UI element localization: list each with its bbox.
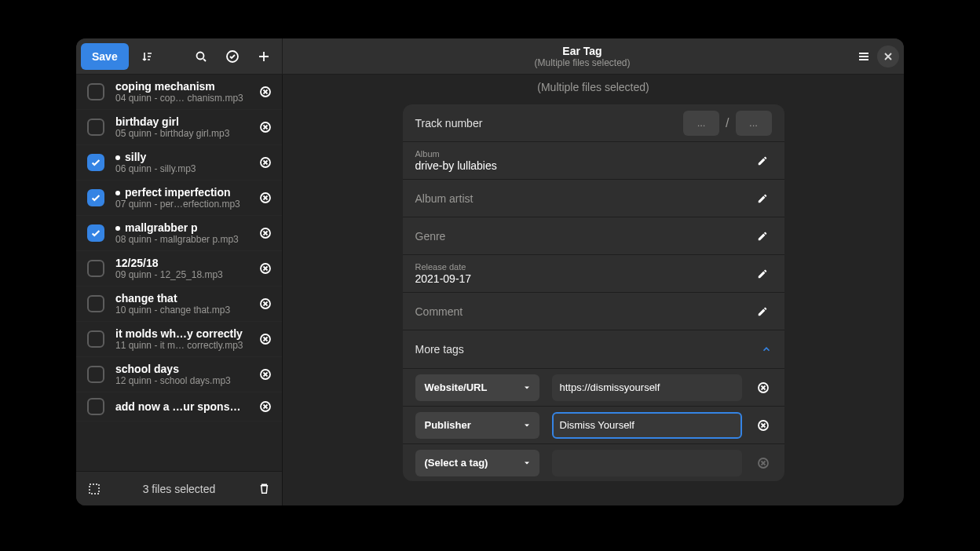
file-text: silly06 quinn - silly.mp3 <box>115 151 246 174</box>
main-subtitle: (Multiple files selected) <box>283 75 904 104</box>
svg-point-0 <box>197 52 204 59</box>
remove-file-button[interactable] <box>257 330 274 348</box>
file-item[interactable]: school days12 quinn - school days.mp3 <box>76 357 282 392</box>
file-filename: 08 quinn - mallgrabber p.mp3 <box>115 234 246 245</box>
file-checkbox[interactable] <box>87 330 104 348</box>
file-title: birthday girl <box>115 115 246 128</box>
tag-value-input[interactable] <box>552 374 742 401</box>
tag-name-dropdown[interactable]: Website/URL <box>415 374 539 401</box>
file-checkbox[interactable] <box>87 154 104 171</box>
file-item[interactable]: perfect imperfection07 quinn - per…erfec… <box>76 181 282 216</box>
file-item[interactable]: birthday girl05 quinn - birthday girl.mp… <box>76 110 282 145</box>
file-filename: 04 quinn - cop… chanism.mp3 <box>115 93 246 104</box>
file-text: it molds wh…y correctly11 quinn - it m… … <box>115 327 246 351</box>
chevron-up-icon <box>761 344 772 355</box>
file-title: add now a …ur sponsors <box>115 400 246 413</box>
remove-file-button[interactable] <box>257 224 274 242</box>
file-checkbox[interactable] <box>87 189 104 206</box>
file-checkbox[interactable] <box>87 366 104 383</box>
release-date-value: 2021-09-17 <box>415 272 753 286</box>
pencil-icon <box>753 193 772 204</box>
close-button[interactable] <box>877 46 899 68</box>
file-title: change that <box>115 292 246 305</box>
file-text: add now a …ur sponsors <box>115 400 246 413</box>
track-slash: / <box>726 116 729 130</box>
file-checkbox[interactable] <box>87 119 104 136</box>
select-none-button[interactable] <box>84 479 104 499</box>
pencil-icon <box>753 155 772 166</box>
tag-value-input[interactable] <box>552 412 742 439</box>
file-filename: 07 quinn - per…erfection.mp3 <box>115 199 246 210</box>
remove-tag-button <box>755 457 772 469</box>
remove-file-button[interactable] <box>257 295 274 312</box>
extra-tag-row: Publisher <box>403 406 784 443</box>
file-checkbox[interactable] <box>87 224 104 242</box>
remove-file-button[interactable] <box>257 154 274 171</box>
remove-file-button[interactable] <box>257 119 274 136</box>
tag-value-input <box>552 450 742 476</box>
more-tags-row[interactable]: More tags <box>403 330 784 368</box>
album-artist-row[interactable]: Album artist <box>403 180 784 217</box>
file-title: 12/25/18 <box>115 257 246 269</box>
close-icon <box>884 53 892 60</box>
file-item[interactable]: mallgrabber p08 quinn - mallgrabber p.mp… <box>76 216 282 251</box>
file-item[interactable]: add now a …ur sponsors <box>76 392 282 421</box>
search-icon <box>195 50 207 63</box>
title-block: Ear Tag (Multiple files selected) <box>314 45 850 68</box>
fields-panel: Track number ... / ... Album drive-by lu… <box>403 104 784 481</box>
search-button[interactable] <box>188 43 214 70</box>
svg-rect-12 <box>90 484 99 494</box>
genre-label: Genre <box>415 230 446 243</box>
remove-file-button[interactable] <box>257 83 274 100</box>
file-item[interactable]: change that10 quinn - change that.mp3 <box>76 286 282 322</box>
album-value: drive-by lullabies <box>415 159 753 173</box>
file-item[interactable]: coping mechanism04 quinn - cop… chanism.… <box>76 75 282 110</box>
remove-file-button[interactable] <box>257 260 274 277</box>
remove-selected-button[interactable] <box>254 479 274 499</box>
plus-icon <box>258 50 270 63</box>
header-bar: Save Ear Tag (Multiple files selected) <box>76 38 904 75</box>
select-all-button[interactable] <box>219 43 246 70</box>
sort-button[interactable] <box>133 43 160 70</box>
remove-file-button[interactable] <box>257 366 274 383</box>
file-filename: 05 quinn - birthday girl.mp3 <box>115 128 246 139</box>
file-item[interactable]: it molds wh…y correctly11 quinn - it m… … <box>76 322 282 357</box>
header-left: Save <box>76 38 283 74</box>
file-item[interactable]: silly06 quinn - silly.mp3 <box>76 145 282 181</box>
track-total-input[interactable]: ... <box>736 111 772 136</box>
file-filename: 06 quinn - silly.mp3 <box>115 163 246 174</box>
selection-status: 3 files selected <box>112 483 246 495</box>
tag-name-dropdown[interactable]: Publisher <box>415 412 539 439</box>
track-number-label: Track number <box>415 117 483 130</box>
comment-label: Comment <box>415 305 463 318</box>
comment-row[interactable]: Comment <box>403 293 784 330</box>
file-title: it molds wh…y correctly <box>115 327 246 340</box>
pencil-icon <box>753 268 772 279</box>
menu-button[interactable] <box>850 43 877 70</box>
body: coping mechanism04 quinn - cop… chanism.… <box>76 75 904 505</box>
file-text: perfect imperfection07 quinn - per…erfec… <box>115 186 246 210</box>
file-text: school days12 quinn - school days.mp3 <box>115 363 246 386</box>
remove-file-button[interactable] <box>257 189 274 206</box>
remove-tag-button[interactable] <box>755 419 772 432</box>
file-checkbox[interactable] <box>87 260 104 277</box>
file-checkbox[interactable] <box>87 398 104 415</box>
extra-tag-row: (Select a tag) <box>403 443 784 481</box>
remove-file-button[interactable] <box>257 398 274 415</box>
file-filename: 11 quinn - it m… correctly.mp3 <box>115 340 246 351</box>
track-number-input[interactable]: ... <box>683 111 719 136</box>
file-checkbox[interactable] <box>87 295 104 312</box>
album-row[interactable]: Album drive-by lullabies <box>403 142 784 180</box>
add-file-button[interactable] <box>250 43 277 70</box>
save-button[interactable]: Save <box>81 43 129 70</box>
file-text: 12/25/1809 quinn - 12_25_18.mp3 <box>115 257 246 280</box>
release-date-row[interactable]: Release date 2021-09-17 <box>403 255 784 293</box>
genre-row[interactable]: Genre <box>403 217 784 255</box>
file-title: school days <box>115 363 246 375</box>
file-item[interactable]: 12/25/1809 quinn - 12_25_18.mp3 <box>76 251 282 286</box>
remove-tag-button[interactable] <box>755 381 772 394</box>
file-text: coping mechanism04 quinn - cop… chanism.… <box>115 80 246 104</box>
file-list[interactable]: coping mechanism04 quinn - cop… chanism.… <box>76 75 282 471</box>
file-checkbox[interactable] <box>87 83 104 100</box>
tag-name-dropdown[interactable]: (Select a tag) <box>415 450 539 476</box>
